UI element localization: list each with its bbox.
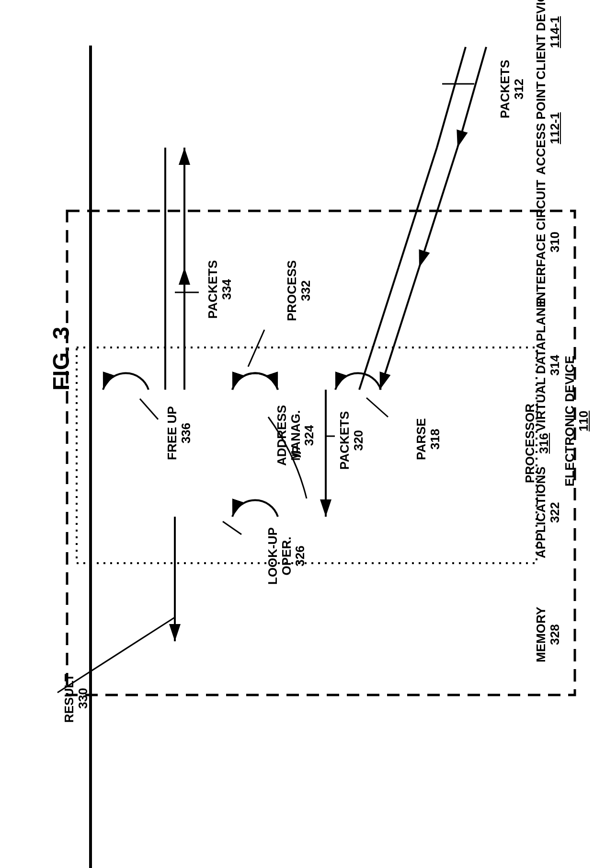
arrow-packets-312-e — [380, 267, 419, 390]
callout-332 — [248, 330, 264, 367]
figure-label: FIG. 3 — [48, 327, 74, 391]
address-manag-label: ADDRESS MANAG. 324 — [275, 405, 316, 466]
330-ref: 330 — [76, 688, 90, 708]
virtual-dataplane-ref: 314 — [548, 355, 562, 375]
address-text: ADDRESS — [274, 405, 289, 466]
access-point-title: ACCESS POINT — [534, 81, 548, 175]
arc-332 — [232, 373, 278, 390]
diagram-canvas: CLIENT DEVICE 114-1 ACCESS POINT 112-1 I… — [0, 0, 594, 868]
332-ref: 332 — [298, 280, 313, 301]
memory-label: MEMORY 328 — [534, 607, 561, 662]
arrow-packets-312-f — [359, 267, 399, 390]
packets-334-text: PACKETS — [206, 260, 220, 319]
result-text: RESULT — [62, 674, 76, 723]
figure-text: FIG. 3 — [48, 327, 74, 391]
callout-326 — [223, 521, 241, 534]
memory-title: MEMORY — [534, 607, 548, 662]
callout-318 — [366, 398, 388, 417]
interface-circuit-ref: 310 — [548, 231, 562, 252]
packets-320-ref: 320 — [351, 430, 366, 451]
process-332-label: PROCESS 332 — [285, 260, 312, 321]
processor-ref: 316 — [537, 433, 551, 453]
packets-312-label: PACKETS 312 — [498, 60, 525, 118]
arc-326 — [232, 500, 278, 517]
electronic-device-box — [67, 211, 575, 695]
packets-334-label: PACKETS 334 — [206, 260, 233, 319]
processor-label: PROCESSOR 316 — [523, 404, 550, 483]
arrow-packets-312-b — [437, 47, 466, 148]
access-point-label: ACCESS POINT 112-1 — [534, 81, 561, 175]
client-device-title: CLIENT DEVICE — [534, 0, 548, 80]
callout-336 — [140, 399, 158, 419]
arrow-packets-312-a — [457, 47, 486, 148]
packets-320-label: PACKETS 320 — [338, 411, 365, 470]
electronic-device-title: ELECTRONIC DEVICE — [562, 356, 577, 486]
parse-318-ref: 318 — [428, 428, 442, 449]
electronic-device-ref: 110 — [576, 411, 591, 431]
arc-336 — [103, 373, 148, 390]
electronic-device-label: ELECTRONIC DEVICE 110 — [563, 356, 590, 486]
memory-ref: 328 — [548, 624, 562, 645]
arrow-packets-312-c — [419, 148, 457, 267]
arc-324 — [232, 373, 278, 390]
parse-318-text: PARSE — [414, 418, 428, 460]
oper-text: OPER. — [279, 537, 294, 576]
arc-parse-318 — [335, 373, 381, 390]
applications-ref: 322 — [548, 502, 562, 522]
packets-320-text: PACKETS — [337, 411, 352, 470]
client-device-label: CLIENT DEVICE 114-1 — [534, 0, 561, 80]
freeup-text: FREE UP — [165, 406, 179, 460]
interface-circuit-label: INTERFACE CIRCUIT 310 — [534, 180, 561, 304]
processor-title: PROCESSOR — [523, 404, 537, 483]
access-point-ref: 112-1 — [548, 112, 562, 144]
lookup-oper-label: LOOK-UP OPER. 326 — [266, 527, 307, 585]
process-text: PROCESS — [285, 260, 299, 321]
lookup-text: LOOK-UP — [265, 527, 280, 585]
manag-text: MANAG. — [288, 410, 303, 461]
packets-312-text: PACKETS — [498, 60, 512, 118]
parse-318-label: PARSE 318 — [414, 418, 442, 460]
324-ref: 324 — [302, 425, 316, 446]
336-ref: 336 — [179, 423, 193, 443]
packets-312-ref: 312 — [512, 79, 526, 99]
result-330-label: RESULT 330 — [62, 674, 90, 723]
free-up-336-label: FREE UP 336 — [165, 406, 193, 460]
334-ref: 334 — [219, 279, 234, 300]
client-device-ref: 114-1 — [548, 16, 562, 48]
interface-circuit-title: INTERFACE CIRCUIT — [534, 180, 548, 304]
326-ref: 326 — [293, 545, 307, 566]
arrow-packets-312-d — [399, 148, 437, 267]
